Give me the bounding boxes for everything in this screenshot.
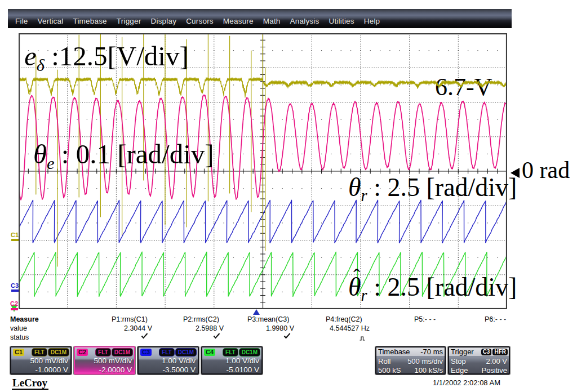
box-header: Trigger C3 HFR [449, 348, 509, 356]
channel-badge-row: C1 FLT DC1M [13, 349, 69, 357]
menu-utilities[interactable]: Utilities [329, 17, 354, 25]
channel-pill-group: FLT DC1M [32, 349, 69, 356]
c4-scale-text: : 2.5 [rad/div] [367, 273, 517, 301]
timebase-box[interactable]: Timebase -70 ms Roll 500 ms/div 500 kS 1… [375, 346, 446, 375]
channel-pill-group: FLT DC1M [159, 349, 196, 356]
menu-cursors[interactable]: Cursors [186, 17, 214, 25]
measure-p1-value: 2.3044 V [124, 324, 152, 332]
measure-p3-label[interactable]: P3:mean(C3) [247, 315, 289, 323]
box-header: Timebase -70 ms [376, 348, 445, 356]
trigger-position-icon [253, 309, 260, 315]
measure-p2-value: 2.5988 V [196, 324, 224, 332]
channel-box-c3[interactable]: C3 FLT DC1M 1.00 V/div -3.5000 V [137, 346, 199, 375]
measure-header: Measure [10, 315, 39, 323]
menu-measure[interactable]: Measure [223, 17, 254, 25]
c2-var-subscript: e [47, 154, 54, 173]
menu-analysis[interactable]: Analysis [290, 17, 319, 25]
menu-bar: File Vertical Timebase Trigger Display C… [8, 9, 512, 28]
label-c3-scale: θr : 2.5 [rad/div] [348, 175, 517, 201]
channel-pill-group: FLT DC1M [96, 349, 132, 356]
check-glyph [213, 333, 220, 339]
timebase-title: Timebase [378, 348, 410, 356]
trigger-title: Trigger [451, 348, 474, 356]
measure-p4-status-pulse-icon [359, 335, 365, 342]
marker-c1-label: C1 [11, 232, 19, 238]
trigger-type: Edge [451, 367, 468, 374]
marker-c3-level [11, 289, 19, 292]
c2-scale-text: : 0.1 [rad/div] [55, 139, 214, 170]
c4-volts-per-div: 1.00 V/div [225, 357, 259, 365]
c2-var-symbol: θ [33, 139, 47, 170]
c2-coupling-badge: DC1M [112, 349, 132, 356]
c2-filter-badge: FLT [96, 349, 110, 356]
trigger-source-badge: C3 [481, 349, 492, 355]
menu-trigger[interactable]: Trigger [117, 17, 141, 25]
left-arrow-icon [511, 168, 520, 178]
c4-badge: C4 [204, 349, 215, 356]
measure-p1-status-check-icon [141, 333, 148, 341]
trigger-badge-group: C3 HFR [481, 349, 508, 355]
measure-status-header: status [10, 333, 29, 341]
channel-box-c2[interactable]: C2 FLT DC1M 500 mV/div -2.0000 V [74, 346, 135, 375]
c1-offset: -1.0000 V [35, 366, 68, 374]
measure-p4-label[interactable]: P4:freq(C2) [326, 315, 362, 323]
c3-coupling-badge: DC1M [176, 349, 196, 356]
check-glyph [283, 333, 291, 339]
channel-box-c4[interactable]: C4 FLT DC1M 1.00 V/div -5.0100 V [201, 346, 263, 375]
c4-coupling-badge: DC1M [239, 349, 260, 356]
marker-c2-label: C2 [10, 301, 18, 307]
menu-file[interactable]: File [15, 17, 28, 25]
c1-scale-text: :12.5[V/div] [45, 41, 189, 72]
c1-volts-per-div: 500 mV/div [30, 357, 68, 365]
measure-p4-value: 4.544527 Hz [330, 324, 370, 332]
menu-vertical[interactable]: Vertical [38, 17, 64, 25]
menu-math[interactable]: Math [263, 17, 281, 25]
c1-filter-badge: FLT [32, 349, 47, 356]
measure-p3-value: 1.9980 V [266, 324, 294, 332]
measure-p1-label[interactable]: P1:rms(C1) [112, 315, 148, 323]
marker-c1-level [11, 239, 19, 241]
waveform-canvas: 6.7-V [19, 33, 507, 309]
c3-var-subscript: r [361, 187, 367, 204]
c1-var-subscript: δ [37, 56, 45, 75]
menu-help[interactable]: Help [364, 17, 380, 25]
measure-p2-status-check-icon [213, 333, 220, 341]
marker-c3-label: C3 [11, 283, 19, 289]
measure-p3-status-check-icon [283, 333, 291, 341]
measure-p2-label[interactable]: P2:rms(C2) [183, 315, 219, 323]
measure-p5-label[interactable]: P5:- - - [414, 315, 436, 323]
c2-badge: C2 [77, 349, 88, 356]
channel-badge-row: C4 FLT DC1M [204, 349, 260, 357]
menu-timebase[interactable]: Timebase [73, 17, 106, 25]
c3-scale-text: : 2.5 [rad/div] [367, 173, 517, 202]
timebase-rate: 100 kS/s [414, 367, 443, 374]
measure-value-header: value [10, 324, 27, 332]
channel-badge-row: C2 FLT DC1M [77, 349, 132, 357]
zero-rad-text: 0 rad [522, 157, 570, 183]
svg-text:6.7-V: 6.7-V [435, 73, 492, 101]
measure-p6-label[interactable]: P6:- - - [485, 315, 506, 323]
channel-box-c1[interactable]: C1 FLT DC1M 500 mV/div -1.0000 V [10, 346, 72, 375]
c1-var-symbol: e [24, 41, 37, 72]
trigger-state: Stop [451, 358, 466, 365]
label-c2-scale: θe : 0.1 [rad/div] [33, 140, 214, 168]
timebase-position: -70 ms [420, 348, 443, 356]
c4-var-subscript: r [361, 287, 367, 304]
c4-hat-accent: ˆ [353, 266, 360, 287]
menu-display[interactable]: Display [150, 17, 176, 25]
label-c1-scale: eδ :12.5[V/div] [24, 42, 189, 70]
trigger-slope: Positive [481, 367, 507, 374]
label-zero-rad: 0 rad [511, 157, 570, 184]
c3-var-symbol: θ [348, 173, 361, 202]
channel-pill-group: FLT DC1M [223, 349, 260, 356]
c3-offset: -3.5000 V [162, 366, 196, 374]
c3-filter-badge: FLT [159, 349, 174, 356]
c3-badge: C3 [140, 349, 152, 356]
c4-filter-badge: FLT [223, 349, 238, 356]
timestamp: 1/1/2002 2:02:08 AM [433, 378, 500, 387]
c1-badge: C1 [13, 349, 24, 356]
pulse-glyph [359, 336, 365, 341]
trigger-hfr-badge: HFR [492, 349, 508, 355]
timebase-samples: 500 kS [378, 367, 401, 374]
trigger-box[interactable]: Trigger C3 HFR Stop 2.00 V Edge Positive [448, 346, 510, 375]
